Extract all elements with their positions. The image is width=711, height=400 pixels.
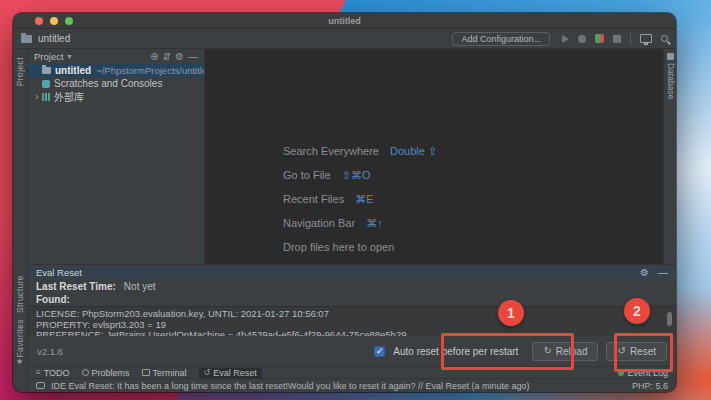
editor-area: Search Everywhere Double ⇧ Go to File ⇧⌘… bbox=[205, 49, 663, 264]
annotation-step2-badge: 2 bbox=[624, 298, 650, 324]
tool-tab-favorites[interactable]: Favorites bbox=[15, 319, 25, 358]
last-reset-value: Not yet bbox=[124, 281, 156, 292]
bottom-tool-tabs: ≡ TODO Problems Terminal ↺ Eval Reset bbox=[28, 366, 676, 378]
profiler-icon[interactable] bbox=[595, 34, 604, 43]
message-bubble-icon[interactable] bbox=[36, 382, 45, 389]
shortcut-label: Search Everywhere bbox=[283, 145, 379, 157]
annotation-box-reset bbox=[614, 333, 673, 372]
found-label: Found: bbox=[36, 294, 70, 305]
drop-files-hint: Drop files here to open bbox=[283, 241, 394, 253]
undo-icon: ↺ bbox=[204, 369, 211, 377]
tab-terminal[interactable]: Terminal bbox=[142, 368, 187, 378]
plugin-version: v2.1.6 bbox=[37, 346, 63, 357]
run-toolbar-icons bbox=[562, 33, 668, 45]
database-icon bbox=[667, 53, 674, 60]
chevron-down-icon[interactable]: ▾ bbox=[68, 52, 72, 61]
search-everywhere-icon[interactable] bbox=[661, 35, 668, 42]
project-panel-title[interactable]: Project bbox=[34, 51, 64, 62]
scrollbar-thumb[interactable] bbox=[667, 312, 672, 326]
tree-row-untitled[interactable]: untitled ~/PhpstormProjects/untitled bbox=[28, 64, 204, 77]
last-reset-time-row: Last Reset Time: Not yet bbox=[28, 280, 676, 293]
window-title: untitled bbox=[328, 16, 361, 26]
tab-eval-reset[interactable]: ↺ Eval Reset bbox=[199, 368, 262, 378]
toolbar-project-name[interactable]: untitled bbox=[38, 33, 70, 44]
eval-reset-title: Eval Reset bbox=[36, 267, 82, 278]
tab-problems-label: Problems bbox=[92, 368, 130, 378]
right-tool-strip: Database bbox=[663, 49, 676, 264]
php-version-indicator[interactable]: PHP: 5.6 bbox=[632, 381, 668, 391]
favorites-star-icon[interactable]: ★ bbox=[16, 357, 23, 366]
shortcut-keys: ⌘↑ bbox=[366, 217, 383, 229]
tree-row-external-libraries[interactable]: › 外部库 bbox=[28, 90, 204, 103]
chevron-right-icon[interactable]: › bbox=[32, 91, 42, 102]
locate-icon[interactable]: ⊕ bbox=[150, 52, 158, 62]
eval-reset-header: Eval Reset ⚙ — bbox=[28, 265, 676, 280]
shortcut-keys: ⌘E bbox=[355, 193, 373, 205]
tree-item-name: Scratches and Consoles bbox=[54, 78, 162, 89]
shortcut-label: Recent Files bbox=[283, 193, 344, 205]
hide-panel-icon[interactable]: — bbox=[658, 268, 668, 278]
eval-reset-footer: v2.1.6 ✓ Auto reset before per restart ↻… bbox=[28, 336, 676, 366]
traffic-lights bbox=[35, 17, 73, 25]
expand-collapse-icon[interactable]: ⇵ bbox=[163, 52, 171, 62]
hide-panel-icon[interactable]: — bbox=[188, 52, 198, 62]
found-row: Found: bbox=[28, 293, 676, 306]
last-reset-label: Last Reset Time: bbox=[36, 281, 116, 292]
project-panel: Project ▾ ⊕ ⇵ ⚙ — untitled ~/PhpstormPro… bbox=[28, 49, 205, 264]
left-tool-strip: Project Structure Favorites ★ bbox=[13, 49, 28, 392]
toolbar-divider bbox=[630, 33, 631, 45]
todo-icon: ≡ bbox=[36, 369, 41, 377]
shortcut-label: Navigation Bar bbox=[283, 217, 355, 229]
tree-item-path: ~/PhpstormProjects/untitled bbox=[96, 65, 204, 76]
editor-shortcut-hints: Search Everywhere Double ⇧ Go to File ⇧⌘… bbox=[283, 145, 437, 264]
gear-icon[interactable]: ⚙ bbox=[640, 268, 649, 278]
project-folder-icon bbox=[21, 35, 32, 43]
tab-todo-label: TODO bbox=[44, 368, 70, 378]
tab-eval-reset-label: Eval Reset bbox=[213, 368, 257, 378]
tool-tab-project[interactable]: Project bbox=[15, 57, 25, 86]
scratches-icon bbox=[42, 80, 50, 88]
problems-icon bbox=[82, 369, 89, 376]
stop-icon[interactable] bbox=[613, 35, 621, 43]
tab-todo[interactable]: ≡ TODO bbox=[36, 368, 70, 378]
tool-tab-database[interactable]: Database bbox=[666, 63, 676, 99]
annotation-step1-badge: 1 bbox=[498, 300, 524, 326]
screen-icon[interactable] bbox=[640, 34, 652, 43]
shortcut-keys: Double ⇧ bbox=[390, 145, 437, 157]
shortcut-label: Go to File bbox=[283, 169, 331, 181]
close-window-button[interactable] bbox=[35, 17, 43, 25]
status-bar: IDE Eval Reset: It has been a long time … bbox=[28, 378, 676, 392]
phpstorm-window: untitled untitled Add Configuration... P… bbox=[13, 13, 676, 392]
gear-icon[interactable]: ⚙ bbox=[175, 52, 184, 62]
titlebar: untitled bbox=[13, 13, 676, 29]
main-toolbar: untitled Add Configuration... bbox=[13, 29, 676, 49]
maximize-window-button[interactable] bbox=[65, 17, 73, 25]
annotation-box-checkbox bbox=[441, 333, 574, 370]
eval-reset-panel: Eval Reset ⚙ — Last Reset Time: Not yet … bbox=[28, 264, 676, 366]
license-entry: LICENSE: PhpStorm203.evaluation.key, UNT… bbox=[36, 309, 668, 320]
tree-item-name: untitled bbox=[55, 65, 91, 76]
status-message[interactable]: IDE Eval Reset: It has been a long time … bbox=[51, 381, 626, 391]
folder-icon bbox=[42, 67, 51, 74]
shortcut-keys: ⇧⌘O bbox=[342, 169, 371, 181]
found-entries-list[interactable]: LICENSE: PhpStorm203.evaluation.key, UNT… bbox=[28, 306, 676, 336]
tool-tab-structure[interactable]: Structure bbox=[15, 275, 25, 313]
debug-icon[interactable] bbox=[578, 35, 586, 43]
auto-reset-checkbox[interactable]: ✓ bbox=[374, 346, 385, 357]
tree-row-scratches[interactable]: Scratches and Consoles bbox=[28, 77, 204, 90]
add-configuration-button[interactable]: Add Configuration... bbox=[452, 32, 550, 46]
project-panel-header: Project ▾ ⊕ ⇵ ⚙ — bbox=[28, 49, 204, 64]
run-icon[interactable] bbox=[562, 35, 569, 43]
terminal-icon bbox=[142, 369, 150, 376]
tab-terminal-label: Terminal bbox=[153, 368, 187, 378]
tree-item-name: 外部库 bbox=[54, 90, 84, 103]
library-icon bbox=[42, 93, 50, 101]
minimize-window-button[interactable] bbox=[50, 17, 58, 25]
tab-problems[interactable]: Problems bbox=[82, 368, 130, 378]
